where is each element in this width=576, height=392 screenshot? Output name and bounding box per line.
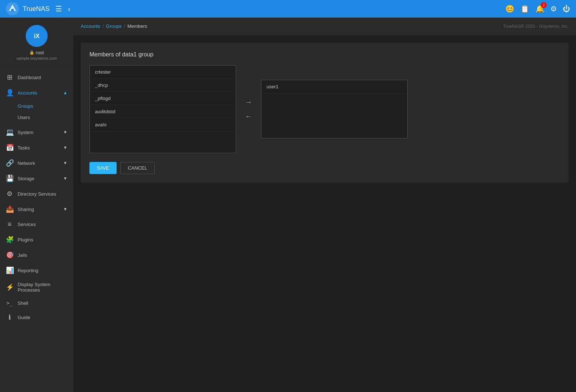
breadcrumb-current: Members	[127, 23, 147, 29]
guide-icon: ℹ	[6, 313, 13, 321]
sidebar-label-storage: Storage	[18, 176, 34, 181]
cancel-button[interactable]: CANCEL	[120, 162, 155, 174]
sidebar-label-accounts: Accounts	[18, 90, 37, 96]
changelog-icon[interactable]: 📋	[520, 4, 529, 13]
members-layout: crtester_dhcp_pflogdauditdistdavahi → ← …	[89, 65, 560, 153]
storage-icon: 💾	[6, 174, 13, 182]
back-button[interactable]: ‹	[68, 5, 70, 13]
breadcrumb-sep-1: /	[102, 23, 104, 29]
storage-arrow: ▼	[63, 176, 67, 181]
available-list[interactable]: crtester_dhcp_pflogdauditdistdavahi	[89, 65, 236, 153]
list-item[interactable]: crtester	[90, 66, 236, 79]
sidebar-item-accounts[interactable]: 👤 Accounts ▲	[0, 85, 73, 100]
transfer-buttons: → ←	[242, 96, 255, 122]
user-domain: sample.ixsystems.com	[16, 56, 57, 60]
feedback-icon[interactable]: 😊	[505, 4, 514, 13]
sidebar-item-plugins[interactable]: 🧩 Plugins	[0, 232, 73, 247]
accounts-arrow: ▲	[63, 90, 67, 95]
sidebar-label-network: Network	[18, 160, 35, 166]
sidebar-label-jails: Jails	[18, 252, 27, 258]
sidebar-item-network[interactable]: 🔗 Network ▼	[0, 155, 73, 171]
svg-point-2	[11, 9, 14, 12]
sidebar-item-groups[interactable]: Groups	[0, 100, 73, 112]
settings-icon[interactable]: ⚙	[550, 4, 557, 13]
remove-member-button[interactable]: ←	[242, 111, 255, 122]
reporting-icon: 📊	[6, 266, 13, 274]
add-member-button[interactable]: →	[242, 96, 255, 108]
directory-services-icon: ⚙	[6, 190, 13, 198]
topbar: TrueNAS ☰ ‹ 😊 📋 🔔 2 ⚙ ⏻	[0, 0, 576, 18]
hamburger-button[interactable]: ☰	[55, 4, 62, 13]
user-info: iX 🔒 root sample.ixsystems.com	[0, 18, 73, 67]
accounts-icon: 👤	[6, 89, 13, 97]
content-area: Members of data1 group crtester_dhcp_pfl…	[73, 35, 576, 392]
sidebar-item-reporting[interactable]: 📊 Reporting	[0, 263, 73, 278]
sidebar-item-jails[interactable]: 🎯 Jails	[0, 247, 73, 263]
network-arrow: ▼	[63, 160, 67, 166]
sharing-icon: 📤	[6, 205, 13, 213]
sidebar-label-directory-services: Directory Services	[18, 191, 56, 197]
breadcrumb-sep-2: /	[124, 23, 125, 29]
lock-icon: 🔒	[29, 50, 34, 55]
breadcrumb-groups[interactable]: Groups	[106, 23, 122, 29]
network-icon: 🔗	[6, 159, 13, 167]
sidebar-label-display-system-processes: Display System Processes	[18, 282, 67, 293]
notification-badge: 2	[541, 2, 547, 8]
sidebar-item-tasks[interactable]: 📅 Tasks ▼	[0, 140, 73, 155]
save-button[interactable]: SAVE	[89, 162, 117, 174]
sidebar-label-shell: Shell	[18, 300, 28, 306]
list-item[interactable]: user1	[261, 80, 407, 93]
services-icon: ≡	[6, 221, 13, 228]
sidebar-label-tasks: Tasks	[18, 145, 30, 151]
sidebar-item-display-system-processes[interactable]: ⚡ Display System Processes	[0, 278, 73, 296]
sidebar-item-system[interactable]: 💻 System ▼	[0, 125, 73, 140]
system-icon: 💻	[6, 128, 13, 136]
users-label: Users	[18, 115, 30, 120]
selected-list[interactable]: user1	[261, 80, 408, 138]
svg-text:iX: iX	[34, 33, 39, 39]
list-item[interactable]: auditdistd	[90, 105, 236, 118]
sidebar-item-dashboard[interactable]: ⊞ Dashboard	[0, 70, 73, 85]
main-area: Accounts / Groups / Members TrueNAS® 202…	[73, 18, 576, 392]
sidebar-item-services[interactable]: ≡ Services	[0, 217, 73, 232]
card-title: Members of data1 group	[89, 51, 560, 58]
breadcrumb-bar: Accounts / Groups / Members TrueNAS® 202…	[73, 18, 576, 35]
sidebar-item-storage[interactable]: 💾 Storage ▼	[0, 171, 73, 186]
sidebar-item-sharing[interactable]: 📤 Sharing ▼	[0, 201, 73, 217]
sidebar-item-users[interactable]: Users	[0, 112, 73, 123]
breadcrumb: Accounts / Groups / Members	[81, 23, 147, 29]
app-logo: TrueNAS	[6, 2, 49, 15]
form-actions: SAVE CANCEL	[89, 162, 560, 174]
list-item[interactable]: _dhcp	[90, 79, 236, 92]
members-card: Members of data1 group crtester_dhcp_pfl…	[81, 42, 569, 183]
logo-icon	[6, 2, 19, 15]
dashboard-icon: ⊞	[6, 73, 13, 81]
sidebar-label-guide: Guide	[18, 315, 30, 320]
notifications-icon[interactable]: 🔔 2	[535, 4, 544, 13]
list-item[interactable]: _pflogd	[90, 92, 236, 105]
system-arrow: ▼	[63, 130, 67, 135]
sidebar-item-shell[interactable]: >_ Shell	[0, 296, 73, 310]
sidebar-label-plugins: Plugins	[18, 237, 33, 243]
sidebar-nav: ⊞ Dashboard 👤 Accounts ▲ Groups Users 💻	[0, 67, 73, 328]
app-title: TrueNAS	[23, 5, 49, 13]
shell-icon: >_	[6, 300, 13, 306]
tasks-icon: 📅	[6, 144, 13, 152]
jails-icon: 🎯	[6, 251, 13, 259]
avatar: iX	[26, 25, 48, 47]
sidebar-label-reporting: Reporting	[18, 268, 38, 273]
sidebar-item-guide[interactable]: ℹ Guide	[0, 310, 73, 325]
plugins-icon: 🧩	[6, 236, 13, 244]
power-icon[interactable]: ⏻	[563, 5, 570, 13]
sharing-arrow: ▼	[63, 207, 67, 212]
accounts-subnav: Groups Users	[0, 100, 73, 125]
sidebar: iX 🔒 root sample.ixsystems.com ⊞ Dashboa…	[0, 18, 73, 392]
copyright: TrueNAS® 2020 - iXsystems, Inc.	[503, 24, 569, 29]
list-item[interactable]: avahi	[90, 118, 236, 132]
tasks-arrow: ▼	[63, 145, 67, 150]
sidebar-label-sharing: Sharing	[18, 207, 34, 212]
sidebar-item-directory-services[interactable]: ⚙ Directory Services	[0, 186, 73, 201]
ix-logo: iX	[29, 29, 44, 43]
breadcrumb-accounts[interactable]: Accounts	[81, 23, 100, 29]
sidebar-label-services: Services	[18, 222, 36, 227]
